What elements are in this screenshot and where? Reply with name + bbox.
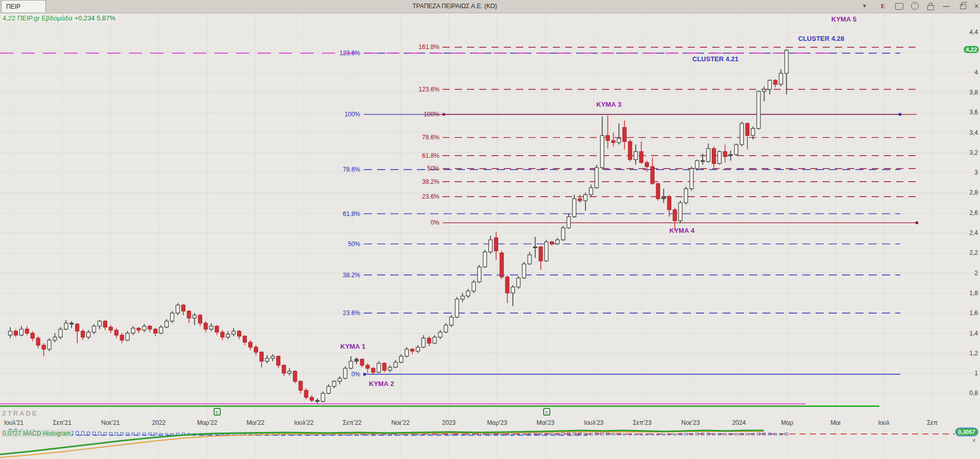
wave-label[interactable]: ΚΥΜΑ 3 — [596, 101, 621, 108]
svg-text:Σεπ'23: Σεπ'23 — [633, 419, 651, 426]
fibonacci-levels: 123.6%100%78.6%61.8%50%38.2%23.6%0% — [339, 50, 900, 378]
window-title: ΤΡΑΠΕΖΑ ΠΕΙΡΑΙΩΣ Α.Ε. (ΚΟ) — [317, 0, 593, 13]
svg-text:Ιουλ'21: Ιουλ'21 — [4, 419, 24, 426]
chevron-down-icon[interactable]: ▼ — [860, 2, 869, 11]
ztrade-watermark: ZTRADE — [2, 409, 38, 417]
svg-text:161.8%: 161.8% — [418, 43, 439, 51]
svg-text:50%: 50% — [427, 165, 439, 172]
fib-marker — [899, 113, 901, 116]
svg-text:1,4: 1,4 — [969, 330, 978, 337]
svg-text:Μαι'22: Μαι'22 — [246, 419, 265, 426]
svg-text:1,6: 1,6 — [969, 309, 978, 317]
price-axis: 4,443,83,63,43,232,82,62,42,221,81,61,41… — [969, 29, 978, 397]
legend-symbol: ΠΕΙΡ.gr — [17, 14, 40, 22]
svg-text:1,8: 1,8 — [969, 289, 978, 297]
svg-text:100%: 100% — [344, 111, 360, 118]
svg-text:Ιουλ'22: Ιουλ'22 — [294, 419, 314, 426]
svg-text:100%: 100% — [424, 111, 439, 118]
svg-text:23.6%: 23.6% — [343, 309, 360, 317]
cluster-label[interactable]: CLUSTER 4.21 — [692, 55, 738, 63]
legend-timeframe: Εβδομάδα — [41, 14, 72, 22]
fib-marker — [442, 113, 445, 116]
svg-text:4,4: 4,4 — [969, 29, 978, 36]
cluster-label[interactable]: CLUSTER 4.28 — [798, 35, 844, 42]
svg-text:78.6%: 78.6% — [343, 166, 360, 173]
svg-text:Ιουλ'23: Ιουλ'23 — [584, 419, 604, 426]
wave-label[interactable]: ΚΥΜΑ 4 — [669, 227, 694, 234]
svg-text:Ιουλ: Ιουλ — [878, 419, 890, 426]
svg-text:50%: 50% — [348, 240, 360, 248]
svg-text:Σεπ: Σεπ — [927, 419, 938, 426]
svg-text:3: 3 — [974, 169, 978, 176]
title-bar: ΠΕΙΡ ΤΡΑΠΕΖΑ ΠΕΙΡΑΙΩΣ Α.Ε. (ΚΟ) ▼ E ” — … — [0, 0, 980, 13]
svg-text:61.8%: 61.8% — [343, 210, 360, 218]
svg-text:Σεπ'22: Σεπ'22 — [343, 419, 362, 426]
svg-text:1: 1 — [974, 370, 978, 377]
trading-app-window: 123.6%100%78.6%61.8%50%38.2%23.6%0%161.8… — [0, 0, 980, 459]
comments-icon[interactable]: ” — [911, 2, 919, 10]
wave-label[interactable]: ΚΥΜΑ 1 — [340, 343, 365, 350]
fib-marker — [363, 373, 366, 376]
chart-canvas[interactable]: 123.6%100%78.6%61.8%50%38.2%23.6%0%161.8… — [0, 0, 980, 459]
svg-text:Μαι'23: Μαι'23 — [536, 419, 555, 426]
svg-text:61.8%: 61.8% — [422, 152, 439, 159]
legend-change-pct: 5,87% — [97, 14, 115, 22]
time-axis: Ιουλ'21Σεπ'21Νοε'212022Μαρ'22Μαι'22Ιουλ'… — [4, 419, 938, 426]
svg-text:1,2: 1,2 — [969, 350, 978, 357]
svg-text:Μαρ'22: Μαρ'22 — [197, 419, 218, 426]
indicator-close-icon[interactable]: × — [970, 437, 977, 444]
indicator-label[interactable]: 0,0727 MACD Histogram — [2, 430, 72, 437]
gridlines — [0, 13, 980, 459]
svg-text:2024: 2024 — [732, 419, 746, 426]
legend-last-price: 4,22 — [3, 14, 15, 22]
svg-text:0,8: 0,8 — [969, 390, 978, 397]
last-price-badge: 4,22 — [964, 46, 979, 53]
svg-text:78.6%: 78.6% — [422, 134, 439, 141]
window-icon[interactable] — [895, 3, 903, 10]
svg-text:0%: 0% — [352, 371, 361, 378]
svg-text:3,2: 3,2 — [969, 149, 978, 156]
svg-text:2023: 2023 — [442, 419, 456, 426]
events-icon[interactable]: E — [879, 2, 887, 11]
event-marker-icon[interactable]: E — [543, 408, 550, 416]
event-marker-icon[interactable]: E — [214, 408, 221, 416]
minimize-icon[interactable]: — — [943, 2, 950, 11]
tab-symbol[interactable]: ΠΕΙΡ — [1, 0, 46, 12]
svg-text:Μαι: Μαι — [830, 419, 841, 426]
svg-text:38.2%: 38.2% — [422, 178, 439, 185]
svg-text:2,4: 2,4 — [969, 229, 978, 236]
close-icon[interactable]: × — [973, 2, 980, 11]
svg-text:3,8: 3,8 — [969, 89, 978, 96]
svg-text:2022: 2022 — [152, 419, 166, 426]
svg-text:0%: 0% — [431, 219, 440, 226]
svg-text:Νοε'23: Νοε'23 — [681, 419, 700, 426]
svg-text:2: 2 — [974, 270, 978, 277]
chart-legend: 4,22 ΠΕΙΡ.gr Εβδομάδα +0,234 5,87% — [1, 14, 117, 22]
price-chart-svg: 123.6%100%78.6%61.8%50%38.2%23.6%0%161.8… — [0, 0, 980, 459]
indicator-value-badge: 0,3057 — [956, 428, 977, 436]
svg-text:3,6: 3,6 — [969, 109, 978, 116]
wave-label[interactable]: ΚΥΜΑ 2 — [369, 380, 394, 388]
svg-text:Μαρ'23: Μαρ'23 — [487, 419, 507, 426]
fib-marker — [916, 222, 918, 224]
svg-text:2,2: 2,2 — [969, 249, 978, 256]
legend-change: +0,234 — [74, 14, 95, 22]
svg-text:Νοε'21: Νοε'21 — [101, 419, 120, 426]
svg-text:23.6%: 23.6% — [422, 193, 439, 200]
wave-label[interactable]: ΚΥΜΑ 5 — [831, 15, 856, 23]
svg-text:2,8: 2,8 — [969, 189, 978, 196]
svg-text:123.6%: 123.6% — [418, 86, 439, 93]
svg-text:3,4: 3,4 — [969, 129, 978, 136]
svg-text:Μαρ: Μαρ — [781, 419, 794, 426]
svg-text:Νοε'22: Νοε'22 — [391, 419, 410, 426]
lock-icon[interactable] — [927, 5, 934, 10]
restore-icon[interactable] — [960, 4, 966, 9]
svg-text:38.2%: 38.2% — [343, 272, 360, 279]
svg-text:2,6: 2,6 — [969, 209, 978, 216]
svg-text:4: 4 — [974, 69, 978, 76]
macd-pane — [0, 429, 954, 457]
svg-text:Σεπ'21: Σεπ'21 — [53, 419, 72, 426]
